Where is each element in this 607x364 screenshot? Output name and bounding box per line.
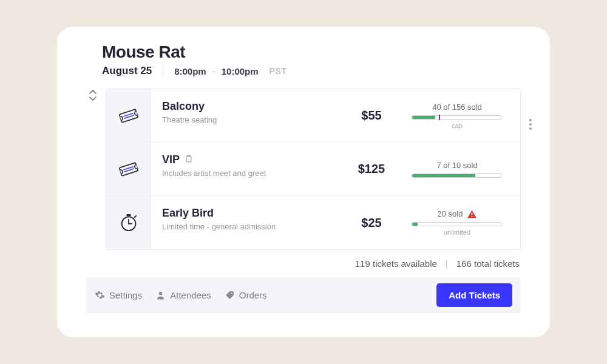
orders-label: Orders [239, 290, 267, 300]
sold-label: 7 of 10 sold [436, 161, 477, 170]
progress-bar [412, 174, 503, 178]
cap-marker [439, 115, 440, 120]
unlimited-label: unlimited [444, 229, 470, 236]
clipboard-icon [185, 153, 193, 166]
ticket-totals: 119 tickets available | 166 total ticket… [86, 258, 521, 269]
ticket-progress: 20 sold unlimited [405, 196, 520, 249]
tickets-total: 166 total tickets [456, 258, 520, 269]
ticket-row[interactable]: Balcony Theatre seating $55 40 of 156 so… [106, 89, 520, 143]
ticket-progress: 40 of 156 sold cap [405, 89, 520, 142]
svg-rect-11 [126, 214, 131, 217]
add-tickets-button[interactable]: Add Tickets [436, 283, 512, 307]
ticket-icon [106, 89, 151, 142]
divider [163, 64, 163, 78]
event-title: Mouse Rat [102, 42, 521, 62]
timezone-label: PST [270, 66, 287, 76]
event-date: August 25 [102, 65, 152, 77]
card-footer: Settings Attendees Orders Add Tickets [86, 277, 521, 313]
chevron-up-icon [89, 90, 97, 95]
progress-fill [412, 116, 435, 119]
tickets-available: 119 tickets available [355, 258, 437, 269]
gear-icon [95, 290, 105, 300]
svg-line-12 [134, 216, 136, 218]
time-dash: - [212, 66, 215, 76]
person-icon [155, 290, 166, 300]
event-subhead: August 25 8:00pm - 10:00pm PST [102, 64, 521, 78]
ticket-desc: Limited time - general admission [162, 222, 333, 231]
progress-bar [412, 222, 503, 226]
settings-link[interactable]: Settings [95, 290, 142, 300]
sold-label: 20 sold [438, 209, 463, 218]
event-card: Mouse Rat August 25 8:00pm - 10:00pm PST [57, 27, 550, 337]
svg-rect-14 [472, 216, 473, 217]
ticket-price: $55 [338, 89, 405, 142]
svg-point-15 [159, 292, 163, 295]
end-time: 10:00pm [222, 66, 259, 76]
orders-link[interactable]: Orders [225, 290, 267, 300]
ticket-price: $125 [338, 143, 405, 195]
svg-rect-7 [188, 155, 190, 157]
ticket-name: Balcony [162, 100, 205, 113]
ticket-info: Balcony Theatre seating [151, 89, 338, 142]
progress-bar [412, 115, 503, 120]
cap-label: cap [452, 122, 463, 129]
more-menu-icon[interactable] [526, 115, 535, 133]
divider: | [446, 258, 448, 269]
ticket-row[interactable]: VIP Includes artist meet and greet $125 … [106, 143, 520, 196]
clock-icon [106, 196, 151, 249]
progress-fill [412, 174, 475, 177]
ticket-name: VIP [162, 153, 180, 166]
ticket-list: Balcony Theatre seating $55 40 of 156 so… [106, 89, 521, 250]
svg-rect-13 [472, 212, 473, 215]
progress-fill [412, 223, 418, 226]
sold-label: 40 of 156 sold [432, 103, 482, 112]
footer-links: Settings Attendees Orders [95, 290, 267, 300]
ticket-price: $25 [338, 196, 405, 249]
chevron-down-icon [89, 96, 97, 101]
attendees-link[interactable]: Attendees [155, 290, 211, 300]
sort-control[interactable] [86, 89, 100, 250]
tag-icon [225, 290, 235, 300]
event-times: 8:00pm - 10:00pm [174, 66, 258, 76]
tickets-pane: Balcony Theatre seating $55 40 of 156 so… [86, 89, 521, 250]
ticket-row[interactable]: Early Bird Limited time - general admiss… [106, 196, 520, 249]
settings-label: Settings [109, 290, 142, 300]
svg-point-16 [231, 292, 232, 294]
attendees-label: Attendees [170, 290, 211, 300]
ticket-desc: Includes artist meet and greet [162, 169, 333, 178]
ticket-info: VIP Includes artist meet and greet [151, 143, 338, 195]
ticket-icon [106, 143, 151, 195]
ticket-desc: Theatre seating [162, 115, 333, 124]
event-header: Mouse Rat August 25 8:00pm - 10:00pm PST [86, 42, 521, 78]
ticket-name: Early Bird [162, 207, 214, 220]
start-time: 8:00pm [174, 66, 206, 76]
ticket-info: Early Bird Limited time - general admiss… [151, 196, 338, 249]
warning-icon [467, 210, 476, 218]
ticket-progress: 7 of 10 sold [405, 143, 520, 195]
